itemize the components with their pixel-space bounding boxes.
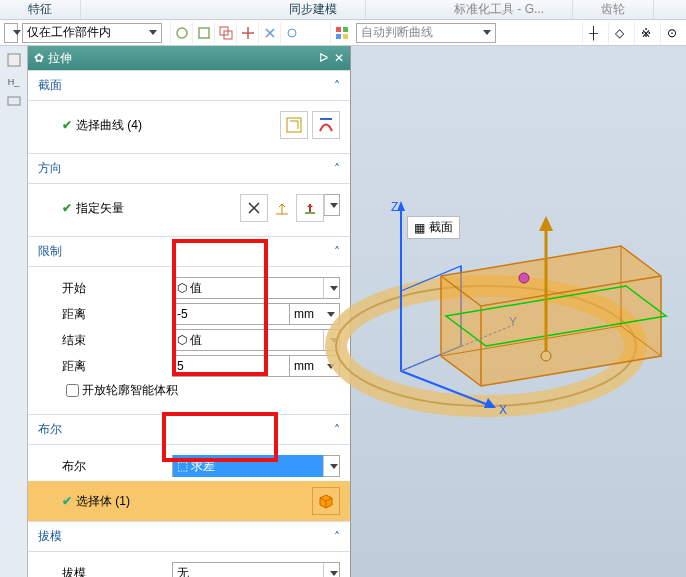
value-icon: ⬡ xyxy=(177,333,187,347)
tool-icon-3[interactable] xyxy=(214,22,236,44)
section-limits-title: 限制 xyxy=(38,243,62,260)
sketch-section-icon[interactable] xyxy=(280,111,308,139)
svg-rect-5 xyxy=(336,27,341,32)
d2-label: 距离 xyxy=(62,358,172,375)
chevron-up-icon: ˄ xyxy=(334,530,340,544)
end-label: 结束 xyxy=(62,332,172,349)
viewport-scene: Z X Y xyxy=(351,46,686,576)
vector-constructor-icon[interactable] xyxy=(296,194,324,222)
section-direction-head[interactable]: 方向 ˄ xyxy=(28,153,350,184)
svg-marker-24 xyxy=(539,216,553,231)
section-curve-title: 截面 xyxy=(38,77,62,94)
toolbar: 仅在工作部件内 自动判断曲线 ┼ ◇ ※ ⊙ xyxy=(0,20,686,46)
auto-trim-selector[interactable]: 自动判断曲线 xyxy=(356,23,496,43)
snap-icon-4[interactable]: ⊙ xyxy=(660,22,682,44)
reverse-vector-icon[interactable] xyxy=(240,194,268,222)
select-body-row[interactable]: ✔选择体 (1) xyxy=(28,481,350,521)
chevron-up-icon: ˄ xyxy=(334,423,340,437)
vector-mode-icon[interactable] xyxy=(272,194,292,222)
viewport-3d[interactable]: Z X Y ▦ 截面 xyxy=(351,46,686,577)
left-rail: H_ xyxy=(0,46,28,577)
tool-icon-1[interactable] xyxy=(170,22,192,44)
snap-icon-2[interactable]: ◇ xyxy=(608,22,630,44)
snap-icon-1[interactable]: ┼ xyxy=(582,22,604,44)
svg-rect-12 xyxy=(305,212,315,214)
start-unit-dropdown[interactable]: mm xyxy=(290,303,340,325)
section-bool-title: 布尔 xyxy=(38,421,62,438)
draft-label: 拔模 xyxy=(62,565,172,578)
scope-selector[interactable]: 仅在工作部件内 xyxy=(22,23,162,43)
close-icon[interactable]: ✕ xyxy=(334,51,344,65)
svg-text:Y: Y xyxy=(509,315,517,329)
section-curve-head[interactable]: 截面 ˄ xyxy=(28,70,350,101)
tab-gear[interactable]: 齿轮 xyxy=(573,0,654,19)
section-draft-title: 拔模 xyxy=(38,528,62,545)
section-bool-head[interactable]: 布尔 ˄ xyxy=(28,414,350,445)
bool-label: 布尔 xyxy=(62,458,172,475)
bool-dropdown[interactable]: ⬚求差 xyxy=(172,455,340,477)
gear-icon: ✿ xyxy=(34,51,44,65)
section-direction-title: 方向 xyxy=(38,160,62,177)
vector-dropdown[interactable] xyxy=(324,195,339,215)
start-mode-dropdown[interactable]: ⬡值 xyxy=(172,277,340,299)
select-curve-label[interactable]: 选择曲线 (4) xyxy=(76,118,142,132)
end-distance-input[interactable]: 5 xyxy=(172,355,290,377)
end-mode-dropdown[interactable]: ⬡值 xyxy=(172,329,340,351)
chevron-up-icon: ˄ xyxy=(334,79,340,93)
section-limits-head[interactable]: 限制 ˄ xyxy=(28,236,350,267)
rail-icon-1[interactable] xyxy=(6,52,22,71)
select-body-label: 选择体 (1) xyxy=(76,494,130,508)
svg-rect-11 xyxy=(287,118,301,132)
chevron-up-icon: ˄ xyxy=(334,162,340,176)
unknown-dropdown[interactable] xyxy=(4,23,18,43)
svg-text:Z: Z xyxy=(391,200,398,214)
tool-icon-6[interactable] xyxy=(280,22,302,44)
svg-point-26 xyxy=(519,273,529,283)
tab-std[interactable]: 标准化工具 - G... xyxy=(426,0,573,19)
vector-label[interactable]: 指定矢量 xyxy=(76,201,124,215)
start-label: 开始 xyxy=(62,280,172,297)
svg-point-25 xyxy=(541,351,551,361)
value-icon: ⬡ xyxy=(177,281,187,295)
start-distance-input[interactable]: -5 xyxy=(172,303,290,325)
svg-rect-8 xyxy=(343,34,348,39)
section-draft-head[interactable]: 拔模 ˄ xyxy=(28,521,350,552)
dialog-title: 拉伸 xyxy=(48,50,72,67)
svg-rect-10 xyxy=(8,97,20,105)
section-label-popup[interactable]: ▦ 截面 xyxy=(407,216,460,239)
svg-text:X: X xyxy=(499,403,507,417)
svg-point-0 xyxy=(177,28,187,38)
subtract-icon: ⬚ xyxy=(177,459,188,473)
dialog-titlebar: ✿ 拉伸 ᐅ ✕ xyxy=(28,46,350,70)
tab-sync[interactable]: 同步建模 xyxy=(261,0,366,19)
reset-icon[interactable]: ᐅ xyxy=(319,51,328,65)
open-profile-label: 开放轮廓智能体积 xyxy=(82,382,178,399)
extrude-dialog: ✿ 拉伸 ᐅ ✕ 截面 ˄ ✔选择曲线 (4) xyxy=(28,46,351,577)
rail-icon-3[interactable] xyxy=(6,93,22,112)
scope-label: 仅在工作部件内 xyxy=(27,24,111,41)
rail-icon-2[interactable]: H_ xyxy=(8,77,20,87)
tool-icon-2[interactable] xyxy=(192,22,214,44)
tool-icon-5[interactable] xyxy=(258,22,280,44)
open-profile-checkbox[interactable] xyxy=(66,384,79,397)
grid-icon: ▦ xyxy=(414,221,425,235)
body-collector-icon[interactable] xyxy=(312,487,340,515)
svg-rect-1 xyxy=(199,28,209,38)
svg-point-4 xyxy=(288,29,296,37)
svg-rect-9 xyxy=(8,54,20,66)
tab-feature[interactable]: 特征 xyxy=(0,0,81,19)
draft-dropdown[interactable]: 无 xyxy=(172,562,340,577)
color-swatch-icon[interactable] xyxy=(330,22,352,44)
svg-rect-7 xyxy=(336,34,341,39)
snap-icon-3[interactable]: ※ xyxy=(634,22,656,44)
auto-trim-label: 自动判断曲线 xyxy=(361,24,433,41)
d1-label: 距离 xyxy=(62,306,172,323)
section-label-text: 截面 xyxy=(429,219,453,236)
tool-icon-4[interactable] xyxy=(236,22,258,44)
menu-tabs: 特征 同步建模 标准化工具 - G... 齿轮 xyxy=(0,0,686,20)
curve-collector-icon[interactable] xyxy=(312,111,340,139)
svg-rect-6 xyxy=(343,27,348,32)
chevron-up-icon: ˄ xyxy=(334,245,340,259)
